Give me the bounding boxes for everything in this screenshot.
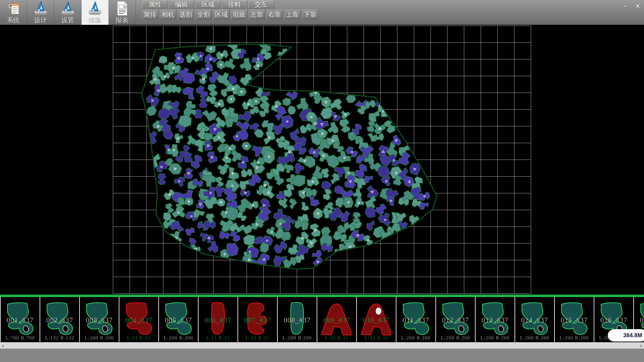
thumbnail-cell[interactable]: 009_#37L:32 R:31: [317, 297, 357, 342]
ribbon-tabs: 系统设计设置排版报表: [0, 0, 136, 25]
menu-region[interactable]: 区域: [195, 0, 221, 9]
part-lr-count: L:31 R:31: [119, 335, 158, 341]
tab-label: 设置: [61, 16, 74, 24]
thumbnail-cell[interactable]: 015_#37L:200 R:200: [555, 297, 594, 342]
thumbnail-strip: 001_#37L:700 R:700002_#37L:132 R:132003_…: [0, 297, 644, 342]
part-name: 005_#37: [159, 316, 198, 324]
report-icon: [114, 0, 130, 16]
tool-align-top[interactable]: 上靠: [284, 10, 301, 20]
part-lr-count: L:132 R:132: [40, 335, 79, 341]
part-lr-count: L:200 R:200: [159, 335, 198, 341]
memory-badge: 38% 384.8M: [608, 329, 644, 342]
tool-camera[interactable]: 相机: [160, 10, 176, 20]
canvas-area: [0, 25, 644, 295]
tab-design[interactable]: 设计: [27, 0, 54, 25]
part-lr-count: L:200 R:200: [476, 335, 515, 341]
ruler-icon: [33, 0, 48, 16]
part-lr-count: L:200 R:200: [515, 335, 554, 341]
progress-circle: 38%: [608, 329, 620, 341]
thumbnail-cell[interactable]: 008_#37L:200 R:200: [278, 297, 317, 342]
tool-align-bottom[interactable]: 下靠: [302, 10, 318, 20]
tool-defect[interactable]: 瑕疵: [231, 10, 247, 20]
part-name: 008_#37: [278, 316, 317, 324]
tool-region[interactable]: 区域: [213, 10, 229, 20]
ribbon-tools: 聚排相机选割全割区域瑕疵左靠右靠上靠下靠: [142, 10, 318, 20]
part-lr-count: L:200 R:200: [278, 335, 317, 341]
thumbnail-cell[interactable]: 013_#37L:200 R:200: [476, 297, 515, 342]
strip-separator: [0, 295, 644, 297]
part-lr-count: L:33 R:33: [357, 335, 396, 341]
thumbnail-cell[interactable]: 001_#37L:700 R:700: [1, 297, 40, 342]
close-button[interactable]: ✕: [633, 2, 643, 10]
tab-layout[interactable]: 排版: [82, 0, 109, 25]
part-lr-count: L:700 R:700: [1, 335, 40, 341]
thumbnail-cell[interactable]: 006_#37L:21 R:21: [199, 297, 238, 342]
menu-properties[interactable]: 属性: [142, 0, 168, 9]
scroll-right-icon[interactable]: ›: [638, 343, 644, 348]
part-lr-count: L:200 R:200: [396, 335, 435, 341]
tab-system[interactable]: 系统: [0, 0, 27, 25]
thumbnail-cell[interactable]: 004_#37L:31 R:31: [119, 297, 159, 342]
part-name: 012_#37: [436, 316, 475, 324]
window-controls: – ✕: [621, 2, 643, 10]
thumbnail-cell[interactable]: 010_#37L:33 R:33: [357, 297, 396, 342]
status-bar: [0, 349, 644, 362]
part-name: 001_#37: [1, 316, 40, 324]
part-name: 002_#37: [40, 316, 79, 324]
thumbnail-cell[interactable]: 012_#37L:200 R:200: [436, 297, 476, 342]
tab-label: 系统: [7, 16, 20, 24]
part-name: 014_#37: [515, 316, 554, 324]
part-name: 013_#37: [476, 316, 515, 324]
menu-nesting[interactable]: 排料: [222, 0, 248, 9]
part-lr-count: L:200 R:200: [436, 335, 475, 341]
ruler-icon: [87, 0, 103, 16]
part-lr-count: L:31 R:31: [238, 335, 277, 341]
tool-select-cut[interactable]: 选割: [178, 10, 194, 20]
ribbon-menus: 属性编辑区域排料交互: [142, 0, 274, 9]
tool-cluster-nest[interactable]: 聚排: [142, 10, 158, 20]
part-name: 006_#37: [199, 316, 237, 324]
memory-value: 384.8M: [623, 332, 642, 339]
part-name: 015_#37: [555, 316, 594, 324]
part-name: 007_#37: [238, 316, 277, 324]
thumbnail-cell[interactable]: 003_#37L:200 R:200: [80, 297, 119, 342]
part-name: 011_#37: [396, 316, 435, 324]
tab-label: 设计: [34, 16, 47, 24]
thumbnail-cell[interactable]: 014_#37L:200 R:200: [515, 297, 555, 342]
horizontal-scrollbar[interactable]: ‹ ›: [0, 342, 644, 349]
part-name: 010_#37: [357, 316, 396, 324]
thumbnail-cell[interactable]: 011_#37L:200 R:200: [396, 297, 436, 342]
part-lr-count: L:200 R:200: [80, 335, 119, 341]
ribbon-toolbar: 系统设计设置排版报表 属性编辑区域排料交互 聚排相机选割全割区域瑕疵左靠右靠上靠…: [0, 0, 644, 25]
part-name: 016_#37: [594, 316, 633, 324]
thumbnail-cell[interactable]: 002_#37L:132 R:132: [40, 297, 80, 342]
thumbnail-cell[interactable]: 005_#37L:200 R:200: [159, 297, 199, 342]
part-name: 017_#37: [634, 316, 644, 324]
scroll-left-icon[interactable]: ‹: [0, 343, 6, 348]
menu-edit[interactable]: 编辑: [169, 0, 195, 9]
menu-interact[interactable]: 交互: [248, 0, 274, 9]
tab-label: 报表: [116, 16, 128, 24]
minimize-button[interactable]: –: [621, 2, 631, 10]
tab-report[interactable]: 报表: [109, 0, 136, 25]
nesting-canvas[interactable]: [0, 25, 644, 295]
part-lr-count: L:32 R:31: [317, 335, 356, 341]
part-name: 009_#37: [317, 316, 356, 324]
application-window: 系统设计设置排版报表 属性编辑区域排料交互 聚排相机选割全割区域瑕疵左靠右靠上靠…: [0, 0, 644, 362]
tool-align-left[interactable]: 左靠: [249, 10, 265, 20]
tool-cut-all[interactable]: 全割: [196, 10, 212, 20]
gear-form-icon: [6, 0, 21, 16]
thumbnail-cell[interactable]: 007_#37L:31 R:31: [238, 297, 278, 342]
part-lr-count: L:21 R:21: [199, 335, 237, 341]
tab-label: 排版: [89, 16, 101, 24]
part-name: 003_#37: [80, 316, 119, 324]
tool-align-right[interactable]: 右靠: [267, 10, 283, 20]
part-lr-count: L:200 R:200: [555, 335, 594, 341]
part-name: 004_#37: [119, 316, 158, 324]
tab-settings[interactable]: 设置: [54, 0, 82, 25]
ruler-icon: [60, 0, 75, 16]
